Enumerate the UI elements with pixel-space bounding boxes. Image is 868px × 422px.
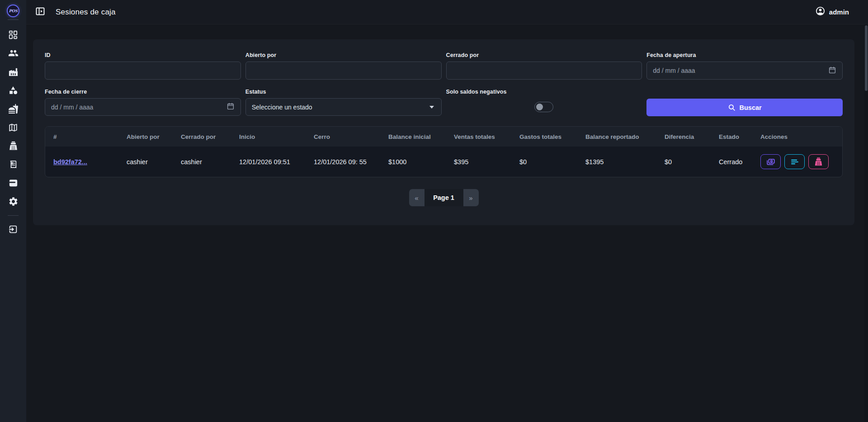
sidebar-item-logout[interactable] [0, 220, 26, 238]
sidebar: POS [0, 0, 26, 422]
session-id-link[interactable]: bd92fa72... [53, 158, 87, 166]
acciones-cell [752, 147, 842, 177]
col-balance-inicial: Balance inicial [380, 127, 446, 147]
gastos-totales-cell: $0 [511, 147, 577, 177]
estatus-select[interactable]: Seleccione un estado [245, 98, 442, 116]
page-title: Sesiones de caja [56, 8, 116, 17]
inicio-cell: 12/01/2026 09:51 [231, 147, 306, 177]
fecha-cierre-label: Fecha de cierre [45, 89, 241, 95]
cerrado-por-cell: cashier [173, 147, 231, 177]
field-solo-saldos: Solo saldos negativos [446, 89, 642, 116]
date-placeholder: dd / mm / aaaa [653, 67, 695, 74]
abierto-por-label: Abierto por [245, 52, 442, 58]
movements-button[interactable] [784, 154, 805, 169]
field-fecha-cierre: Fecha de cierre dd / mm / aaaa [45, 89, 241, 116]
id-label: ID [45, 52, 241, 58]
sidebar-item-wallet[interactable] [0, 174, 26, 192]
app-logo[interactable]: POS [7, 5, 19, 17]
categories-icon [8, 85, 18, 95]
calendar-icon [828, 66, 836, 76]
pagination: « Page 1 » [45, 189, 843, 206]
field-id: ID [45, 52, 241, 80]
cerrado-por-label: Cerrado por [446, 52, 642, 58]
search-icon [728, 104, 736, 111]
col-id: # [45, 127, 118, 147]
cerrado-por-input[interactable] [446, 62, 642, 80]
current-page-label: Page 1 [425, 189, 463, 206]
sidebar-item-categories[interactable] [0, 81, 26, 100]
user-avatar-icon [815, 6, 826, 18]
balance-inicial-cell: $1000 [380, 147, 446, 177]
col-cerrado-por: Cerrado por [173, 127, 231, 147]
receipt-icon [8, 160, 18, 170]
logo-divider [8, 19, 19, 20]
map-icon [8, 123, 18, 133]
logout-icon [8, 224, 18, 234]
user-menu[interactable]: admin [815, 6, 849, 18]
solo-saldos-label: Solo saldos negativos [446, 89, 642, 95]
movements-icon [790, 157, 800, 167]
col-acciones: Acciones [752, 127, 842, 147]
col-cerro: Cerro [306, 127, 380, 147]
sidebar-item-dashboard[interactable] [0, 25, 26, 44]
col-ventas-totales: Ventas totales [446, 127, 511, 147]
col-balance-reportado: Balance reportado [577, 127, 656, 147]
users-icon [8, 48, 19, 58]
fecha-cierre-input[interactable]: dd / mm / aaaa [45, 98, 241, 116]
close-register-icon [814, 157, 823, 166]
scrollbar-thumb[interactable] [865, 25, 868, 91]
fecha-apertura-input[interactable]: dd / mm / aaaa [646, 62, 843, 80]
wallet-icon [8, 178, 19, 188]
session-id-cell: bd92fa72... [45, 147, 118, 177]
sidebar-item-factory[interactable] [0, 62, 26, 81]
estatus-selected-value: Seleccione un estado [252, 104, 312, 111]
solo-saldos-toggle[interactable] [534, 102, 553, 112]
abierto-por-input[interactable] [245, 62, 442, 80]
diferencia-cell: $0 [656, 147, 711, 177]
calendar-icon [226, 102, 235, 112]
close-register-button[interactable] [808, 154, 829, 169]
sidebar-item-settings[interactable] [0, 192, 26, 211]
sessions-table: # Abierto por Cerrado por Inicio Cerro B… [45, 126, 843, 177]
col-estado: Estado [711, 127, 752, 147]
col-gastos-totales: Gastos totales [511, 127, 577, 147]
sidebar-divider [8, 215, 19, 216]
sidebar-item-cash-register[interactable] [0, 137, 26, 155]
col-abierto-por: Abierto por [118, 127, 173, 147]
filters-row-2: Fecha de cierre dd / mm / aaaa Estatus S… [45, 89, 843, 116]
field-fecha-apertura: Fecha de apertura dd / mm / aaaa [646, 52, 843, 80]
sidebar-item-users[interactable] [0, 44, 26, 62]
sidebar-item-fastfood[interactable] [0, 100, 26, 118]
field-buscar: Buscar [646, 89, 843, 116]
factory-icon [8, 66, 19, 77]
estado-cell: Cerrado [711, 147, 752, 177]
field-estatus: Estatus Seleccione un estado [245, 89, 442, 116]
fecha-apertura-label: Fecha de apertura [646, 52, 843, 58]
buscar-button[interactable]: Buscar [646, 99, 843, 116]
table-header-row: # Abierto por Cerrado por Inicio Cerro B… [45, 127, 842, 147]
sessions-card: ID Abierto por Cerrado por Fecha de aper… [33, 39, 854, 225]
col-inicio: Inicio [231, 127, 306, 147]
chevron-down-icon [429, 106, 434, 109]
user-label: admin [829, 8, 849, 16]
table-row: bd92fa72... cashier cashier 12/01/2026 0… [45, 147, 842, 177]
fastfood-icon [8, 104, 19, 114]
date-placeholder: dd / mm / aaaa [51, 104, 93, 111]
logo-text: POS [9, 9, 17, 13]
next-page-button[interactable]: » [463, 189, 479, 206]
balance-reportado-cell: $1395 [577, 147, 656, 177]
toggle-knob [536, 104, 543, 110]
ventas-totales-cell: $395 [446, 147, 511, 177]
scrollbar-track [864, 24, 868, 422]
prev-page-button[interactable]: « [409, 189, 425, 206]
id-input[interactable] [45, 62, 241, 80]
filters-row-1: ID Abierto por Cerrado por Fecha de aper… [45, 52, 843, 80]
sidebar-item-map[interactable] [0, 118, 26, 137]
sidebar-item-receipts[interactable] [0, 155, 26, 174]
panel-toggle-icon [35, 6, 46, 19]
dashboard-icon [8, 30, 18, 40]
sidebar-collapse-button[interactable] [34, 6, 46, 18]
settings-icon [8, 196, 19, 207]
payments-button[interactable] [760, 154, 781, 169]
cerro-cell: 12/01/2026 09: 55 [306, 147, 380, 177]
